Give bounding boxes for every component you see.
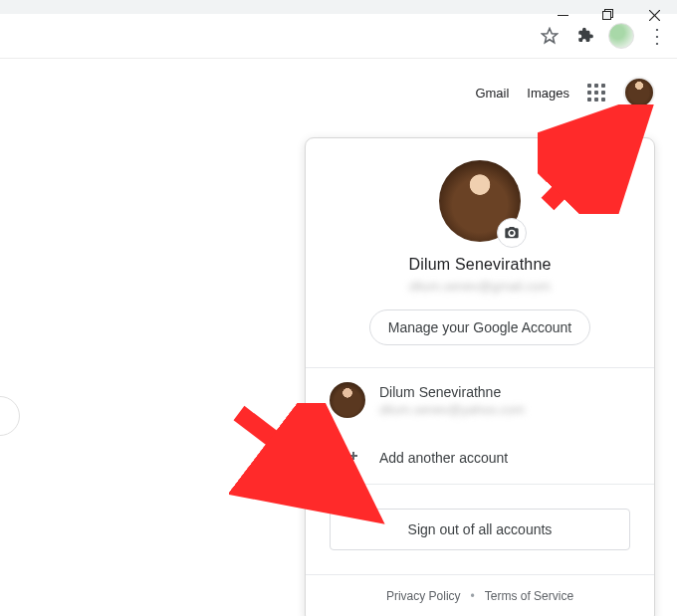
profile-avatar-large [439,160,521,242]
dot-separator: • [471,589,475,603]
decorative-circle [0,396,20,436]
google-nav: Gmail Images [0,59,677,108]
account-email: dilum.senev@gmail.com [306,279,654,294]
account-avatar-small [330,382,365,418]
svg-rect-2 [603,12,611,20]
popup-footer: Privacy Policy • Terms of Service [306,575,654,616]
window-close-button[interactable] [631,10,677,21]
window-restore-button[interactable] [585,9,631,21]
add-person-icon [330,446,365,470]
add-account-label: Add another account [379,450,508,466]
switch-account-name: Dilum Senevirathne [379,384,525,400]
images-link[interactable]: Images [527,86,569,101]
privacy-policy-link[interactable]: Privacy Policy [386,589,461,603]
camera-icon [504,225,520,241]
svg-point-6 [342,451,348,457]
switch-account-row[interactable]: Dilum Senevirathne dilum.senev@yahoo.com [306,368,654,432]
gmail-link[interactable]: Gmail [475,86,509,101]
svg-rect-8 [349,455,357,457]
window-minimize-button[interactable] [540,10,585,21]
account-name: Dilum Senevirathne [306,256,654,274]
terms-of-service-link[interactable]: Terms of Service [485,589,573,603]
account-popup: Dilum Senevirathne dilum.senev@gmail.com… [305,137,655,616]
change-photo-button[interactable] [497,218,527,248]
window-controls [540,0,677,33]
google-apps-icon[interactable] [587,84,605,102]
google-account-avatar[interactable] [623,77,655,108]
add-account-row[interactable]: Add another account [306,432,654,484]
sign-out-all-button[interactable]: Sign out of all accounts [330,509,630,550]
manage-account-button[interactable]: Manage your Google Account [369,309,590,345]
switch-account-email: dilum.senev@yahoo.com [379,402,525,417]
